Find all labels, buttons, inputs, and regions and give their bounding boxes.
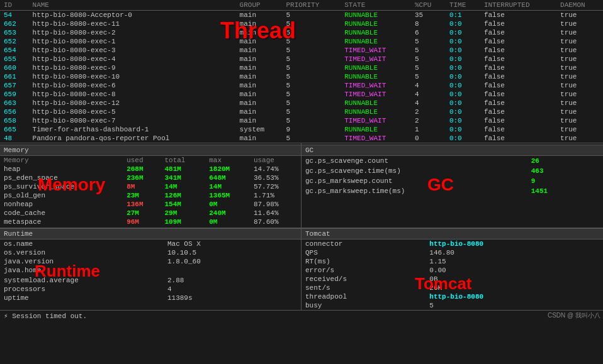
cell-mem-max: 240M [205, 209, 250, 218]
cell-tc-value: 5 [417, 301, 603, 310]
cell-state: TIMED_WAIT [341, 81, 411, 90]
cell-cpu: 1 [411, 125, 446, 134]
cell-time: 0:0 [446, 46, 480, 55]
col-group: GROUP [236, 0, 283, 11]
cell-id: 663 [0, 99, 29, 108]
cell-name: http-bio-8080-exec-12 [29, 99, 236, 108]
cell-cpu: 0 [411, 134, 446, 143]
table-row: 654 http-bio-8080-exec-3 main 5 TIMED_WA… [0, 46, 603, 55]
cell-cpu: 5 [411, 46, 446, 55]
table-row: os.name Mac OS X [0, 240, 301, 248]
cell-state: TIMED_WAIT [341, 90, 411, 99]
cell-mem-max: 0M [205, 200, 250, 209]
table-row: 655 http-bio-8080-exec-4 main 5 TIMED_WA… [0, 55, 603, 63]
cell-group: main [236, 134, 283, 143]
cell-interrupted: false [480, 19, 556, 28]
table-row: 48 Pandora pandora-qos-reporter Pool mai… [0, 134, 603, 143]
table-row: 661 http-bio-8080-exec-10 main 5 RUNNABL… [0, 72, 603, 81]
thread-table-header: ID NAME GROUP PRIORITY STATE %CPU TIME I… [0, 0, 603, 11]
cell-mem-usage: 14.74% [250, 165, 301, 174]
cell-name: Timer-for-arthas-dashboard-1 [29, 125, 236, 134]
cell-group: main [236, 116, 283, 125]
mcol-memory: Memory [0, 156, 123, 165]
cell-mem-used: 96M [123, 218, 161, 226]
memory-gc-grid: Memory Memory Memory used total max usag… [0, 143, 603, 228]
table-row: gc.ps_scavenge.count 26 [302, 156, 603, 166]
table-row: uptime 11389s [0, 294, 301, 302]
cell-id: 660 [0, 63, 29, 72]
cell-mem-usage: 57.72% [250, 182, 301, 191]
cell-mem-max: 1820M [205, 165, 250, 174]
cell-name: http-bio-8080-exec-5 [29, 108, 236, 116]
cell-gc-key: gc.ps_scavenge.time(ms) [302, 166, 519, 176]
cell-rt-key: os.name [0, 240, 130, 248]
cell-priority: 5 [282, 134, 341, 143]
cell-cpu: 6 [411, 28, 446, 37]
cell-time: 0:0 [446, 116, 480, 125]
cell-priority: 5 [282, 63, 341, 72]
cell-mem-used: 236M [123, 174, 161, 182]
runtime-section: Runtime Runtime os.name Mac OS X os.vers… [0, 228, 302, 310]
col-cpu: %CPU [411, 0, 446, 11]
table-row: processors 4 [0, 285, 301, 294]
cell-mem-max: 14M [205, 182, 250, 191]
cell-mem-name: heap [0, 165, 123, 174]
cell-gc-key: gc.ps_scavenge.count [302, 156, 519, 166]
cell-state: RUNNABLE [341, 99, 411, 108]
cell-rt-value: 11389s [130, 294, 301, 302]
table-row: 660 http-bio-8080-exec-9 main 5 RUNNABLE… [0, 63, 603, 72]
cell-interrupted: false [480, 90, 556, 99]
tomcat-header: Tomcat [302, 228, 603, 240]
cell-priority: 5 [282, 46, 341, 55]
cell-interrupted: false [480, 125, 556, 134]
cell-state: RUNNABLE [341, 11, 411, 20]
cell-rt-value [130, 266, 301, 275]
cell-interrupted: false [480, 72, 556, 81]
cell-gc-value: 9 [519, 176, 603, 186]
cell-state: RUNNABLE [341, 63, 411, 72]
cell-group: main [236, 99, 283, 108]
col-id: ID [0, 0, 29, 11]
cell-tc-value: 0.00 [417, 266, 603, 275]
cell-id: 48 [0, 134, 29, 143]
col-interrupted: INTERRUPTED [480, 0, 556, 11]
cell-daemon: true [556, 81, 603, 90]
cell-mem-total: 109M [161, 218, 205, 226]
cell-mem-total: 14M [161, 182, 205, 191]
cell-gc-key: gc.ps_marksweep.time(ms) [302, 186, 519, 196]
cell-group: main [236, 81, 283, 90]
cell-tc-key: QPS [302, 248, 417, 257]
table-row: code_cache 27M 29M 240M 11.64% [0, 209, 301, 218]
cell-tc-key: connector [302, 240, 417, 248]
cell-mem-used: 268M [123, 165, 161, 174]
cell-rt-value: 1.8.0_60 [130, 257, 301, 266]
cell-priority: 5 [282, 81, 341, 90]
cell-time: 0:0 [446, 19, 480, 28]
table-row: metaspace 96M 109M 0M 87.60% [0, 218, 301, 226]
cell-id: 661 [0, 72, 29, 81]
cell-state: TIMED_WAIT [341, 116, 411, 125]
cell-time: 0:0 [446, 81, 480, 90]
col-daemon: DAEMON [556, 0, 603, 11]
cell-state: RUNNABLE [341, 125, 411, 134]
cell-interrupted: false [480, 11, 556, 20]
cell-time: 0:0 [446, 134, 480, 143]
cell-daemon: true [556, 90, 603, 99]
col-state: STATE [341, 0, 411, 11]
cell-time: 0:1 [446, 11, 480, 20]
cell-mem-total: 126M [161, 191, 205, 200]
cell-group: main [236, 108, 283, 116]
cell-tc-key: RT(ms) [302, 257, 417, 266]
cell-gc-key: gc.ps_marksweep.count [302, 176, 519, 186]
cell-rt-value: Mac OS X [130, 240, 301, 248]
cell-group: main [236, 55, 283, 63]
cell-time: 0:0 [446, 72, 480, 81]
cell-priority: 5 [282, 108, 341, 116]
table-row: 663 http-bio-8080-exec-12 main 5 RUNNABL… [0, 99, 603, 108]
table-row: connector http-bio-8080 [302, 240, 603, 248]
cell-cpu: 4 [411, 99, 446, 108]
cell-daemon: true [556, 11, 603, 20]
cell-state: TIMED_WAIT [341, 46, 411, 55]
cell-mem-max: 648M [205, 174, 250, 182]
cell-id: 665 [0, 125, 29, 134]
